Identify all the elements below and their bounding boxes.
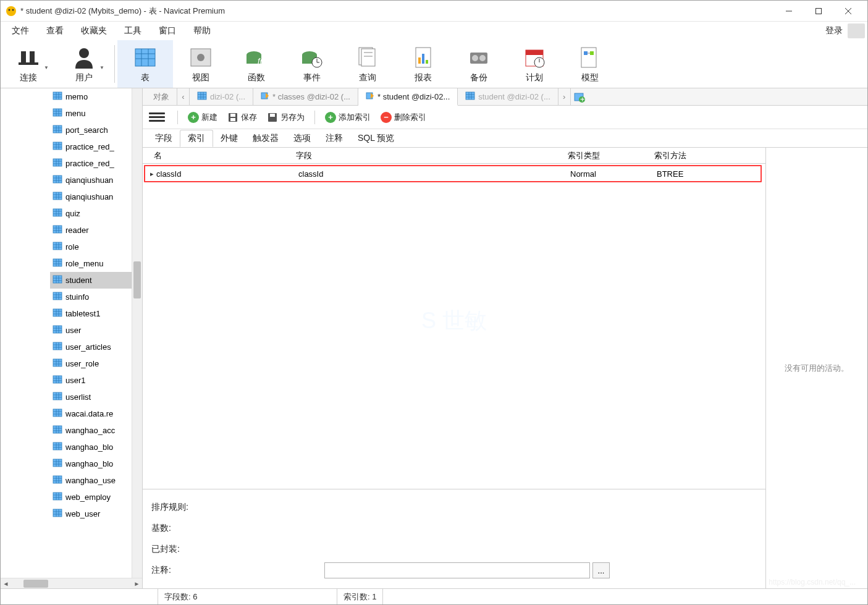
svg-rect-116 [53, 326, 62, 333]
svg-rect-146 [53, 426, 62, 433]
svg-rect-56 [53, 125, 62, 133]
tab-scroll-left[interactable]: ‹ [177, 88, 190, 105]
divider [177, 111, 178, 124]
table-item-web_user[interactable]: web_user [50, 506, 142, 522]
cell-name[interactable]: classId [156, 169, 298, 179]
tool-fx[interactable]: f(x)函数 [229, 40, 284, 88]
svg-point-1 [9, 9, 11, 11]
designer-tab-注释[interactable]: 注释 [318, 130, 350, 146]
col-header-type[interactable]: 索引类型 [568, 150, 654, 161]
comment-more-button[interactable]: ... [592, 562, 610, 578]
delete-index-button[interactable]: −删除索引 [377, 111, 430, 124]
designer-tab-索引[interactable]: 索引 [180, 130, 213, 147]
doc-tab-4[interactable]: student @dizi-02 (... [458, 88, 558, 105]
table-item-user_articles[interactable]: user_articles [50, 339, 142, 355]
designer-tab-SQL 预览[interactable]: SQL 预览 [350, 130, 402, 146]
index-grid-body[interactable]: ▸classIdclassIdNormalBTREE S 世敏 [143, 164, 765, 489]
designer-tab-触发器[interactable]: 触发器 [245, 130, 286, 146]
tool-query[interactable]: 查询 [340, 40, 395, 88]
user-avatar-icon[interactable] [848, 23, 865, 38]
table-item-web_employ[interactable]: web_employ [50, 489, 142, 506]
table-item-stuinfo[interactable]: stuinfo [50, 289, 142, 305]
svg-rect-44 [590, 51, 594, 55]
table-icon [53, 491, 62, 503]
doc-tab-1[interactable]: dizi-02 (... [190, 88, 253, 105]
close-button[interactable] [834, 2, 862, 20]
plug-icon [16, 45, 41, 70]
saveas-button[interactable]: 另存为 [263, 111, 308, 124]
tool-view[interactable]: 视图 [173, 40, 229, 88]
sidebar: memomenuport_searchpractice_red_practice… [1, 88, 143, 588]
table-item-practice_red_[interactable]: practice_red_ [50, 138, 142, 155]
menu-tools[interactable]: 工具 [116, 23, 150, 39]
sidebar-scrollbar-horizontal[interactable]: ◄► [1, 578, 142, 588]
table-icon [53, 508, 62, 520]
save-button[interactable]: 保存 [224, 111, 261, 124]
doc-tab-0[interactable]: 对象 [143, 88, 177, 105]
tab-add-button[interactable]: + [571, 88, 588, 105]
cell-field[interactable]: classId [298, 169, 570, 179]
table-icon [53, 174, 62, 186]
menu-view[interactable]: 查看 [38, 23, 72, 39]
doc-tab-2[interactable]: * classes @dizi-02 (... [253, 88, 358, 105]
table-item-quiz[interactable]: quiz [50, 205, 142, 222]
table-item-wanghao_use[interactable]: wanghao_use [50, 472, 142, 489]
table-item-qianqiushuan[interactable]: qianqiushuan [50, 172, 142, 188]
menu-favorites[interactable]: 收藏夹 [72, 23, 116, 39]
table-tree[interactable]: memomenuport_searchpractice_red_practice… [1, 88, 142, 578]
tab-scroll-right[interactable]: › [558, 88, 571, 105]
minimize-button[interactable] [775, 2, 803, 20]
cell-type[interactable]: Normal [570, 169, 657, 179]
tool-event[interactable]: 事件 [284, 40, 340, 88]
comment-input[interactable] [324, 562, 590, 578]
table-item-userlist[interactable]: userlist [50, 389, 142, 405]
tool-table[interactable]: 表 [117, 40, 173, 88]
sidebar-scrollbar-vertical[interactable] [132, 88, 142, 578]
table-item-wanghao_acc[interactable]: wanghao_acc [50, 422, 142, 439]
col-header-name[interactable]: 名 [154, 150, 296, 161]
table-item-menu[interactable]: menu [50, 105, 142, 122]
table-icon [53, 208, 62, 219]
designer-tab-选项[interactable]: 选项 [286, 130, 318, 146]
menu-file[interactable]: 文件 [3, 23, 38, 39]
designer-tab-字段[interactable]: 字段 [148, 130, 180, 146]
maximize-button[interactable] [804, 2, 833, 20]
table-item-memo[interactable]: memo [50, 88, 142, 105]
menu-help[interactable]: 帮助 [185, 23, 219, 39]
table-item-tabletest1[interactable]: tabletest1 [50, 305, 142, 322]
tool-model[interactable]: 模型 [562, 40, 618, 88]
svg-rect-91 [53, 242, 62, 250]
tool-report[interactable]: 报表 [395, 40, 451, 88]
tool-user[interactable]: 用户▼ [56, 40, 112, 88]
table-item-user_role[interactable]: user_role [50, 355, 142, 372]
col-header-method[interactable]: 索引方法 [654, 150, 741, 161]
svg-text:+: + [580, 95, 585, 103]
login-link[interactable]: 登录 [817, 23, 845, 39]
col-header-field[interactable]: 字段 [296, 150, 568, 161]
tool-schedule[interactable]: 计划 [507, 40, 562, 88]
table-item-wanghao_blo[interactable]: wanghao_blo [50, 455, 142, 472]
new-button[interactable]: +新建 [184, 111, 221, 124]
table-item-wanghao_blo[interactable]: wanghao_blo [50, 439, 142, 455]
table-item-user1[interactable]: user1 [50, 372, 142, 389]
table-item-port_search[interactable]: port_search [50, 122, 142, 138]
tool-backup[interactable]: 备份 [451, 40, 507, 88]
table-item-student[interactable]: student [50, 272, 142, 289]
menu-window[interactable]: 窗口 [150, 23, 185, 39]
svg-rect-106 [53, 292, 62, 300]
add-index-button[interactable]: +添加索引 [321, 111, 374, 124]
index-row[interactable]: ▸classIdclassIdNormalBTREE [144, 165, 762, 182]
table-item-wacai.data.re[interactable]: wacai.data.re [50, 405, 142, 422]
table-item-user[interactable]: user [50, 322, 142, 339]
tool-plug[interactable]: 连接▼ [1, 40, 56, 88]
table-item-role[interactable]: role [50, 239, 142, 255]
table-item-reader[interactable]: reader [50, 222, 142, 239]
table-item-practice_red_[interactable]: practice_red_ [50, 155, 142, 172]
cell-method[interactable]: BTREE [657, 169, 743, 179]
table-icon [53, 408, 62, 420]
menu-icon[interactable] [149, 111, 165, 124]
table-item-qianqiushuan[interactable]: qianqiushuan [50, 188, 142, 205]
table-item-role_menu[interactable]: role_menu [50, 255, 142, 272]
doc-tab-3[interactable]: * student @dizi-02... [358, 88, 458, 106]
designer-tab-外键[interactable]: 外键 [213, 130, 245, 146]
